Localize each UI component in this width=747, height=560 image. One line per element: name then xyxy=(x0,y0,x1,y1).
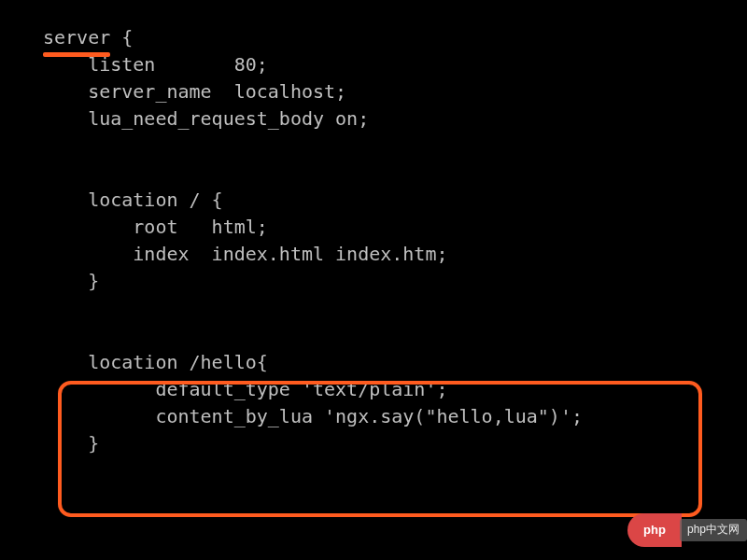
watermark-text: php中文网 xyxy=(680,519,747,540)
code-line-4: lua_need_request_body on; xyxy=(43,105,704,133)
code-line-13: location /hello{ xyxy=(43,349,704,376)
code-line-12 xyxy=(43,322,704,349)
watermark-logo: php xyxy=(627,513,682,547)
code-line-14: default_type 'text/plain'; xyxy=(43,376,704,403)
code-line-2: listen 80; xyxy=(43,51,704,78)
code-line-7: location / { xyxy=(43,187,704,214)
code-line-3: server_name localhost; xyxy=(43,78,704,105)
code-line-16: } xyxy=(43,430,704,457)
code-line-9: index index.html index.htm; xyxy=(43,241,704,268)
watermark: php php中文网 xyxy=(627,513,747,547)
code-line-5 xyxy=(43,133,704,160)
server-keyword: server xyxy=(43,24,110,51)
server-text: server xyxy=(43,26,110,49)
line1-rest: { xyxy=(110,26,133,49)
underline-highlight xyxy=(43,52,110,57)
code-line-1: server { xyxy=(43,24,704,51)
code-line-15: content_by_lua 'ngx.say("hello,lua")'; xyxy=(43,403,704,430)
code-line-10: } xyxy=(43,268,704,295)
code-line-8: root html; xyxy=(43,214,704,241)
code-line-11 xyxy=(43,295,704,322)
code-line-6 xyxy=(43,160,704,187)
